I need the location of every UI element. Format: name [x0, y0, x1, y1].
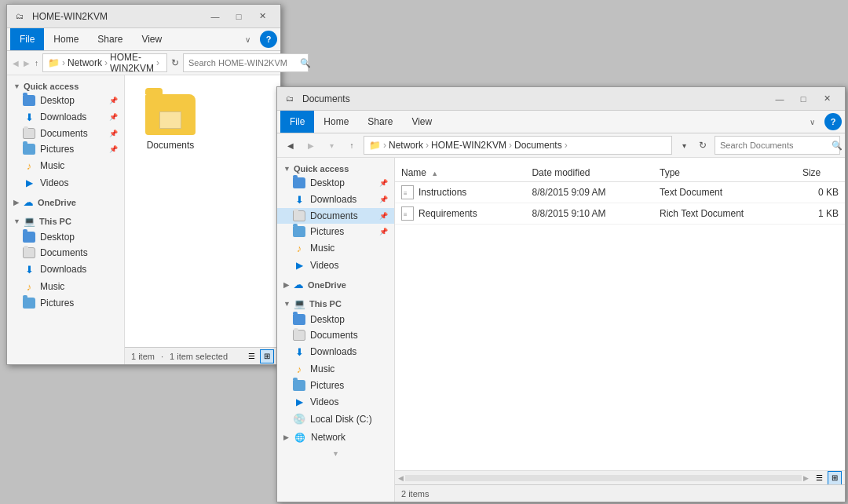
sidebar-item-pictures-pc2[interactable]: Pictures [277, 378, 394, 393]
col-header-name[interactable]: Name ▲ [395, 164, 525, 182]
onedrive-heading[interactable]: ▶ ☁ OneDrive [7, 193, 124, 210]
search-icon-win1[interactable]: 🔍 [300, 58, 311, 68]
status-items-win1: 1 item [131, 352, 155, 361]
col-header-date[interactable]: Date modified [525, 164, 653, 182]
quick-access-heading-win2[interactable]: ▼ Quick access [277, 161, 394, 175]
sidebar-item-videos-qa2[interactable]: ▶ Videos [277, 257, 394, 274]
sidebar-item-pictures-pc[interactable]: Pictures [7, 295, 124, 311]
address-path-win1[interactable]: 📁 › Network › HOME-WIN2KVM › [42, 53, 167, 72]
thispc-heading[interactable]: ▼ 💻 This PC [7, 212, 124, 229]
path-dropdown-win2[interactable]: ▾ [675, 137, 693, 154]
sidebar-item-network[interactable]: ▶ 🌐 Network [277, 429, 394, 446]
sidebar-item-music-pc2[interactable]: ♪ Music [277, 360, 394, 378]
title-bar-win2: 🗂 Documents — □ ✕ [277, 87, 845, 111]
sidebar-item-downloads-qa2[interactable]: ⬇ Downloads 📌 [277, 191, 394, 208]
list-view-btn-win2[interactable]: ☰ [812, 471, 826, 485]
up-button-win1[interactable]: ↑ [34, 54, 39, 71]
folder-icon-desktop-pc2 [293, 314, 305, 325]
recent-button-win2[interactable]: ▾ [323, 137, 340, 154]
address-path-win2[interactable]: 📁 › Network › HOME-WIN2KVM › Documents › [364, 136, 672, 155]
video-icon-qa2: ▶ [293, 259, 305, 272]
music-icon: ♪ [23, 159, 35, 172]
sidebar-label-desktop-qa: Desktop [40, 95, 75, 106]
pin-icon4: 📌 [109, 145, 118, 153]
sidebar-item-videos-qa[interactable]: ▶ Videos [7, 174, 124, 192]
tab-file-win1[interactable]: File [10, 28, 44, 50]
tab-file-win2[interactable]: File [280, 111, 314, 133]
sidebar-item-downloads-pc2[interactable]: ⬇ Downloads [277, 343, 394, 360]
sidebar-item-documents-qa[interactable]: Documents 📌 [7, 126, 124, 141]
sidebar-item-music-qa[interactable]: ♪ Music [7, 157, 124, 174]
window-documents[interactable]: 🗂 Documents — □ ✕ File Home Share View ∨… [276, 86, 846, 502]
tab-share-win1[interactable]: Share [88, 28, 132, 50]
refresh-button-win2[interactable]: ↻ [694, 137, 711, 154]
pin-icon-qa2-2: 📌 [379, 195, 388, 203]
sidebar-item-downloads-pc[interactable]: ⬇ Downloads [7, 261, 124, 278]
computer-icon-win2: 💻 [294, 298, 306, 310]
list-view-btn-win1[interactable]: ☰ [244, 349, 258, 363]
folder-documents[interactable]: Documents [131, 88, 210, 157]
minimize-button-win1[interactable]: — [203, 6, 227, 27]
sidebar-item-documents-pc[interactable]: Documents [7, 245, 124, 261]
forward-button-win1[interactable]: ▶ [23, 54, 31, 71]
search-box-win2[interactable]: 🔍 [715, 136, 840, 155]
close-button-win2[interactable]: ✕ [815, 89, 839, 109]
thispc-heading-win2[interactable]: ▼ 💻 This PC [277, 294, 394, 312]
sidebar-label-downloads-qa2: Downloads [310, 194, 356, 205]
col-header-size[interactable]: Size [796, 164, 845, 182]
search-input-win2[interactable] [720, 141, 828, 150]
sidebar-item-music-qa2[interactable]: ♪ Music [277, 239, 394, 257]
search-icon-win2[interactable]: 🔍 [832, 141, 843, 151]
help-button-win1[interactable]: ? [260, 31, 277, 48]
search-input-win1[interactable] [188, 58, 297, 68]
window-home-win2kvm[interactable]: 🗂 HOME-WIN2KVM — □ ✕ File Home Share Vie… [6, 4, 281, 365]
sidebar-item-music-pc[interactable]: ♪ Music [7, 278, 124, 295]
quick-access-heading[interactable]: ▼ Quick access [7, 79, 124, 93]
details-view-btn-win1[interactable]: ⊞ [260, 349, 274, 363]
close-button-win1[interactable]: ✕ [250, 6, 274, 27]
sidebar-item-videos-pc2[interactable]: ▶ Videos [277, 393, 394, 411]
minimize-button-win2[interactable]: — [768, 89, 791, 109]
sidebar-item-documents-qa2[interactable]: Documents 📌 [277, 208, 394, 224]
sidebar-label-documents-qa: Documents [40, 128, 88, 139]
app-icon-win2: 🗂 [283, 93, 296, 105]
scroll-down-indicator[interactable]: ▼ [277, 447, 394, 460]
sidebar-item-documents-pc2[interactable]: Documents [277, 327, 394, 343]
up-button-win2[interactable]: ↑ [343, 137, 360, 154]
table-row[interactable]: Requirements 8/8/2015 9:10 AM Rich Text … [395, 203, 845, 225]
status-sep: · [161, 352, 163, 361]
tab-view-win1[interactable]: View [132, 28, 171, 50]
search-box-win1[interactable]: 🔍 [183, 53, 309, 72]
sidebar-item-downloads-qa[interactable]: ⬇ Downloads 📌 [7, 108, 124, 126]
txt-file-icon [401, 185, 414, 199]
back-button-win2[interactable]: ◀ [282, 137, 299, 154]
sidebar-item-desktop-pc2[interactable]: Desktop [277, 312, 394, 327]
onedrive-heading-win2[interactable]: ▶ ☁ OneDrive [277, 276, 394, 293]
expand-icon-pc2: ▼ [283, 300, 291, 308]
sidebar-item-pictures-qa2[interactable]: Pictures 📌 [277, 224, 394, 239]
quick-access-label-win2: Quick access [294, 164, 349, 173]
folder-documents-label: Documents [147, 140, 195, 151]
scroll-left-btn[interactable]: ◀ [398, 474, 404, 482]
sidebar-item-desktop-qa2[interactable]: Desktop 📌 [277, 175, 394, 191]
details-view-btn-win2[interactable]: ⊞ [828, 471, 842, 485]
sidebar-item-pictures-qa[interactable]: Pictures 📌 [7, 141, 124, 157]
thispc-label: This PC [39, 217, 71, 226]
table-row[interactable]: Instructions 8/8/2015 9:09 AM Text Docum… [395, 182, 845, 203]
help-button-win2[interactable]: ? [824, 113, 842, 130]
refresh-button-win1[interactable]: ↻ [170, 54, 180, 71]
scroll-right-btn[interactable]: ▶ [803, 474, 809, 482]
tab-home-win2[interactable]: Home [314, 111, 358, 133]
horizontal-scrollbar[interactable]: ◀ ▶ ☰ ⊞ [395, 470, 845, 484]
maximize-button-win1[interactable]: □ [227, 6, 250, 27]
sidebar-item-localdisk-pc2[interactable]: 💿 Local Disk (C:) [277, 411, 394, 427]
sidebar-item-desktop-qa[interactable]: Desktop 📌 [7, 93, 124, 108]
back-button-win1[interactable]: ◀ [12, 54, 20, 71]
tab-home-win1[interactable]: Home [44, 28, 88, 50]
sidebar-item-desktop-pc[interactable]: Desktop [7, 229, 124, 245]
tab-view-win2[interactable]: View [402, 111, 441, 133]
tab-share-win2[interactable]: Share [358, 111, 402, 133]
col-header-type[interactable]: Type [653, 164, 796, 182]
maximize-button-win2[interactable]: □ [791, 89, 815, 109]
forward-button-win2[interactable]: ▶ [302, 137, 320, 154]
